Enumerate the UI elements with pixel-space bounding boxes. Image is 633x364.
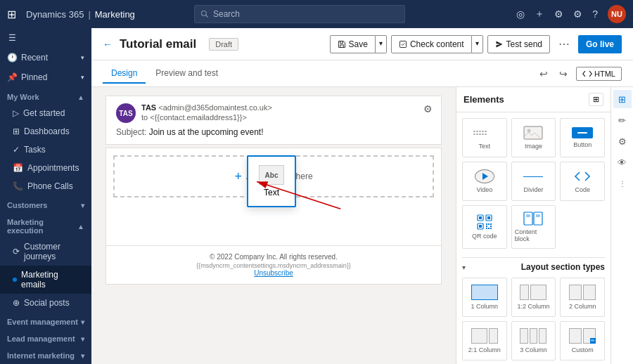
check-content-split-btn[interactable]: Check content ▾ (391, 35, 483, 53)
text-tile-preview (473, 126, 496, 140)
layout-tile-2col[interactable]: 2 Column (560, 278, 605, 317)
sidebar-item-appointments[interactable]: 📅 Appointments (0, 159, 91, 177)
svg-rect-22 (490, 228, 492, 229)
appointments-icon: 📅 (13, 163, 23, 173)
element-tile-content-block[interactable]: Content block (511, 205, 556, 249)
save-arrow[interactable]: ▾ (376, 35, 387, 53)
element-tile-code[interactable]: Code (560, 162, 605, 201)
element-tile-divider[interactable]: Divider (511, 162, 556, 201)
more-options-button[interactable]: ⋯ (554, 36, 574, 52)
elements-tab-button[interactable]: ⊞ (613, 90, 632, 108)
internet-mktg-header[interactable]: Internet marketing ▾ (0, 346, 91, 363)
top-nav: ⊞ Dynamics 365 | Marketing Search ◎ ＋ ⚙ … (0, 0, 633, 28)
event-mgmt-header[interactable]: Event management ▾ (0, 312, 91, 329)
marketing-exec-header[interactable]: Marketing execution ▲ (0, 212, 91, 238)
avatar[interactable]: NU (608, 5, 626, 23)
sidebar-item-social-posts[interactable]: ⊕ Social posts (0, 294, 91, 312)
undo-button[interactable]: ↩ (537, 65, 551, 82)
add-plus-icon: + (234, 169, 242, 184)
svg-rect-3 (340, 41, 343, 43)
lead-mgmt-header[interactable]: Lead management ▾ (0, 329, 91, 346)
sidebar-menu-toggle[interactable]: ☰ (0, 28, 91, 48)
sidebar-item-dashboards[interactable]: ⊞ Dashboards (0, 122, 91, 141)
email-settings-icon[interactable]: ⚙ (423, 103, 433, 115)
location-icon[interactable]: ◎ (516, 8, 525, 20)
redo-button[interactable]: ↪ (556, 65, 570, 82)
hamburger-icon: ☰ (7, 33, 17, 43)
email-body[interactable]: + Add element here Abc Text (106, 148, 442, 246)
layout-tile-2-1col[interactable]: 2:1 Column (462, 321, 507, 360)
from-avatar: TAS (116, 103, 136, 123)
sidebar-item-tasks[interactable]: ✓ Tasks (0, 141, 91, 159)
check-content-arrow[interactable]: ▾ (472, 35, 483, 53)
image-icon (523, 126, 543, 140)
sidebar-item-pinned[interactable]: 📌 Pinned ▾ (0, 67, 91, 87)
test-send-label: Test send (506, 39, 542, 49)
back-button[interactable]: ← (103, 39, 113, 50)
pinned-chevron: ▾ (81, 74, 84, 81)
edit-tab-button[interactable]: ✏ (613, 111, 632, 129)
element-tile-button[interactable]: Button (560, 118, 605, 157)
test-send-button[interactable]: Test send (487, 35, 550, 53)
layout-tile-3col[interactable]: 3 Column (511, 321, 556, 360)
plus-icon[interactable]: ＋ (535, 8, 544, 20)
search-bar[interactable]: Search (194, 5, 405, 23)
unsubscribe-link[interactable]: Unsubscribe (254, 269, 293, 277)
my-work-header[interactable]: My Work ▲ (0, 87, 91, 104)
save-label: Save (349, 39, 368, 49)
code-brackets-icon (582, 70, 592, 78)
sidebar-item-customer-journeys[interactable]: ⟳ Customer journeys (0, 238, 91, 266)
text-element-popup[interactable]: Abc Text (247, 155, 296, 207)
customers-header[interactable]: Customers ▾ (0, 195, 91, 212)
svg-rect-10 (479, 216, 482, 219)
sidebar-item-marketing-emails[interactable]: Marketing emails (0, 266, 91, 294)
tab-design[interactable]: Design (103, 64, 146, 84)
element-tile-video[interactable]: Video (462, 162, 507, 201)
waffle-icon[interactable]: ⊞ (7, 8, 16, 21)
sidebar-item-phone-calls[interactable]: 📞 Phone Calls (0, 177, 91, 195)
header-actions: Save ▾ Check content ▾ Test send ⋯ (330, 35, 622, 53)
filter-icon[interactable]: ⚙ (554, 8, 563, 20)
html-button[interactable]: HTML (576, 67, 622, 81)
save-button[interactable]: Save (330, 35, 376, 53)
element-tile-image[interactable]: Image (511, 118, 556, 157)
tab-preview[interactable]: Preview and test (147, 64, 226, 84)
svg-rect-14 (479, 225, 482, 228)
marketing-exec-arrow: ▲ (77, 223, 84, 230)
check-content-button[interactable]: Check content (391, 35, 472, 53)
layout-section-header[interactable]: ▾ Layout section types (462, 262, 605, 272)
save-split-btn[interactable]: Save ▾ (330, 35, 387, 53)
preview-tab-button[interactable]: 👁 (613, 153, 632, 171)
journeys-icon: ⟳ (13, 247, 20, 256)
section-divider (462, 257, 605, 258)
layout-tile-1-2col[interactable]: 1:2 Column (511, 278, 556, 317)
sidebar-item-recent[interactable]: 🕐 Recent ▾ (0, 48, 91, 67)
go-live-button[interactable]: Go live (578, 35, 622, 53)
search-placeholder: Search (213, 9, 240, 19)
text-tile-label: Text (479, 143, 491, 150)
svg-rect-23 (524, 212, 532, 225)
2col-label: 2 Column (569, 303, 596, 310)
grid-view-button[interactable]: ⊞ (589, 93, 603, 106)
sidebar: ☰ 🕐 Recent ▾ 📌 Pinned ▾ My Work ▲ ▷ Get … (0, 28, 91, 364)
element-tile-text[interactable]: Text (462, 118, 507, 157)
layout-tile-1col[interactable]: 1 Column (462, 278, 507, 317)
settings-icon[interactable]: ⚙ (573, 8, 582, 20)
sidebar-item-get-started[interactable]: ▷ Get started (0, 104, 91, 122)
layout-tile-custom[interactable]: ✏ Custom (560, 321, 605, 360)
svg-line-1 (205, 15, 207, 18)
2-1col-preview (471, 328, 498, 344)
phone-calls-label: Phone Calls (27, 181, 73, 191)
element-tile-qrcode[interactable]: QR code (462, 205, 507, 249)
qrcode-tile-label: QR code (472, 233, 497, 240)
settings-tab-button[interactable]: ⚙ (613, 132, 632, 150)
get-started-icon: ▷ (13, 108, 19, 118)
2-1col-label: 2:1 Column (468, 346, 501, 353)
image-tile-label: Image (525, 143, 542, 150)
more-tab-button[interactable]: ⋮ (613, 174, 632, 193)
help-icon[interactable]: ? (592, 8, 598, 20)
panel-view-toggle: ⊞ (589, 93, 603, 106)
toolbar-right: ↩ ↪ HTML (537, 65, 622, 82)
code-icon (573, 169, 592, 183)
internet-mktg-label: Internet marketing (7, 351, 75, 360)
